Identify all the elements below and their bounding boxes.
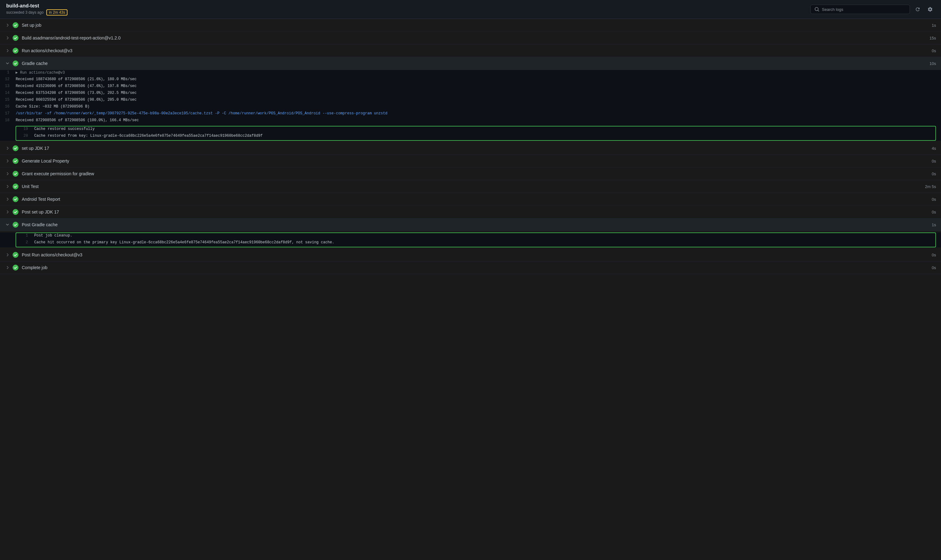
log-text: Cache Size: ~832 MB (872908506 B) (15, 105, 936, 109)
step-name: Build asadmansr/android-test-report-acti… (22, 35, 921, 40)
svg-point-9 (13, 209, 19, 215)
svg-point-0 (13, 22, 19, 28)
header-right (810, 5, 935, 14)
step-duration: 0s (921, 172, 936, 176)
log-line: 14 Received 637534208 of 872908506 (73.0… (0, 91, 941, 97)
chevron-icon (5, 146, 10, 151)
step-row-gradle-cache[interactable]: Gradle cache 10s (0, 57, 941, 70)
status-icon (12, 171, 19, 177)
log-text: Received 188743680 of 872908506 (21.6%),… (15, 77, 936, 82)
log-text: Received 872908506 of 872908506 (100.0%)… (15, 118, 936, 122)
step-row-gradlew[interactable]: Grant execute permission for gradlew 0s (0, 168, 941, 180)
chevron-icon (5, 209, 10, 214)
line-number: 19 (19, 127, 34, 131)
chevron-icon (5, 48, 10, 53)
log-text: /usr/bin/tar -xf /home/runner/work/_temp… (15, 111, 936, 115)
step-row-jdk17[interactable]: set up JDK 17 4s (0, 142, 941, 155)
job-title: build-and-test (6, 3, 68, 9)
step-name: Unit Test (22, 184, 921, 189)
step-row-post-checkout[interactable]: Post Run actions/checkout@v3 0s (0, 249, 941, 262)
main-content: Set up job 1s Build asadmansr/android-te… (0, 19, 941, 274)
header: build-and-test succeeded 3 days ago in 2… (0, 0, 941, 19)
log-highlight-group: 1 Post job cleanup. 2 Cache hit occurred… (15, 232, 936, 248)
line-number: 13 (0, 84, 15, 88)
step-name: Run actions/checkout@v3 (22, 48, 921, 53)
svg-point-12 (13, 265, 19, 270)
chevron-icon (5, 61, 10, 66)
log-text: Cache restored from key: Linux-gradle-6c… (34, 134, 930, 138)
log-line: 1 Post job cleanup. (16, 233, 935, 240)
step-row-build-action[interactable]: Build asadmansr/android-test-report-acti… (0, 32, 941, 45)
step-row-post-jdk17[interactable]: Post set up JDK 17 0s (0, 206, 941, 218)
step-row-android-test-report[interactable]: Android Test Report 0s (0, 193, 941, 206)
svg-point-6 (13, 171, 19, 177)
step-row-checkout[interactable]: Run actions/checkout@v3 0s (0, 45, 941, 57)
step-duration: 10s (921, 61, 936, 66)
log-text: Received 415236096 of 872908506 (47.6%),… (15, 84, 936, 88)
chevron-icon (5, 265, 10, 270)
svg-point-8 (13, 196, 19, 202)
step-duration: 1s (921, 23, 936, 28)
svg-point-5 (13, 158, 19, 164)
chevron-icon (5, 35, 10, 40)
status-icon (12, 209, 19, 215)
status-icon (12, 60, 19, 66)
line-number: 20 (19, 134, 34, 138)
job-subtitle: succeeded 3 days ago in 2m 43s (6, 9, 68, 15)
line-number: 1 (19, 233, 34, 238)
line-number: 15 (0, 98, 15, 102)
log-line: 1 ▶ Run actions/cache@v3 (0, 70, 941, 77)
line-number: 2 (19, 240, 34, 245)
refresh-button[interactable] (913, 5, 922, 14)
step-name: Generate Local Property (22, 158, 921, 163)
step-name: Complete job (22, 265, 921, 270)
step-duration: 0s (921, 197, 936, 202)
log-line: 16 Cache Size: ~832 MB (872908506 B) (0, 104, 941, 111)
step-row-unit-test[interactable]: Unit Test 2m 5s (0, 180, 941, 193)
step-row-complete-job[interactable]: Complete job 0s (0, 262, 941, 274)
line-number: 1 (0, 70, 15, 75)
step-row-set-up-job[interactable]: Set up job 1s (0, 19, 941, 32)
step-name: Post Run actions/checkout@v3 (22, 252, 921, 257)
log-text: Cache hit occurred on the primary key Li… (34, 240, 930, 245)
status-icon (12, 158, 19, 164)
status-icon (12, 22, 19, 28)
settings-button[interactable] (926, 5, 935, 14)
svg-point-10 (13, 222, 19, 228)
log-line: 20 Cache restored from key: Linux-gradle… (16, 133, 935, 140)
step-duration: 0s (921, 253, 936, 257)
step-duration: 2m 5s (921, 184, 936, 189)
log-line: 12 Received 188743680 of 872908506 (21.6… (0, 77, 941, 84)
log-block-post-gradle-cache: 1 Post job cleanup. 2 Cache hit occurred… (0, 232, 941, 248)
refresh-icon (915, 6, 921, 12)
log-line: 17 /usr/bin/tar -xf /home/runner/work/_t… (0, 111, 941, 118)
step-name: Gradle cache (22, 61, 921, 66)
log-block-gradle-cache: 1 ▶ Run actions/cache@v3 12 Received 188… (0, 70, 941, 141)
search-box[interactable] (810, 5, 910, 14)
svg-point-7 (13, 184, 19, 189)
svg-point-11 (13, 252, 19, 258)
step-row-local-property[interactable]: Generate Local Property 0s (0, 155, 941, 168)
line-number: 14 (0, 91, 15, 95)
status-icon (12, 145, 19, 151)
log-line: 15 Received 860325594 of 872908506 (98.6… (0, 97, 941, 104)
step-row-post-gradle-cache[interactable]: Post Gradle cache 1s (0, 218, 941, 231)
log-text: ▶ Run actions/cache@v3 (15, 70, 936, 75)
step-duration: 15s (921, 36, 936, 40)
chevron-icon (5, 23, 10, 28)
step-name: Post set up JDK 17 (22, 209, 921, 214)
log-line: 18 Received 872908506 of 872908506 (100.… (0, 118, 941, 125)
status-icon (12, 48, 19, 54)
status-icon (12, 196, 19, 202)
log-line: 13 Received 415236096 of 872908506 (47.6… (0, 84, 941, 91)
search-input[interactable] (822, 7, 906, 12)
line-number: 16 (0, 105, 15, 109)
svg-point-4 (13, 145, 19, 151)
status-icon (12, 183, 19, 189)
step-duration: 1s (921, 223, 936, 227)
line-number: 12 (0, 77, 15, 82)
chevron-icon (5, 171, 10, 176)
log-text: Received 637534208 of 872908506 (73.0%),… (15, 91, 936, 95)
step-duration: 0s (921, 48, 936, 53)
header-left: build-and-test succeeded 3 days ago in 2… (6, 3, 68, 15)
